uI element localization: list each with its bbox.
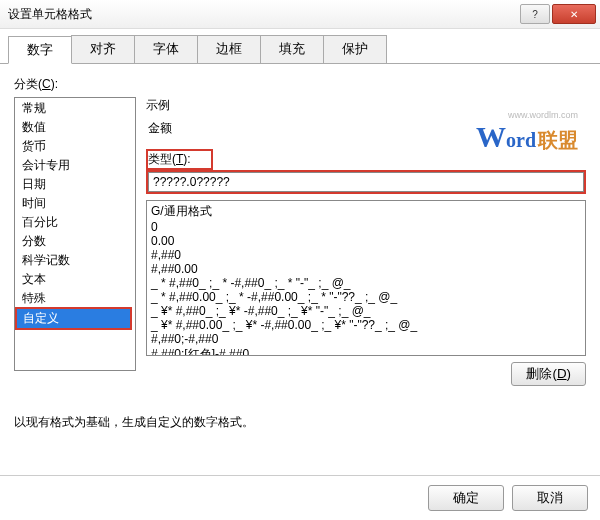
right-panel: 示例 金额 类型(T): G/通用格式 0 0.00 #,##0 <box>146 97 586 386</box>
format-item[interactable]: #,##0;-#,##0 <box>149 332 583 346</box>
tab-alignment[interactable]: 对齐 <box>71 35 135 63</box>
cat-special[interactable]: 特殊 <box>16 289 134 308</box>
tab-bar: 数字 对齐 字体 边框 填充 保护 <box>0 29 600 64</box>
category-label: 分类(C): <box>14 76 586 93</box>
type-label: 类型(T): <box>148 152 191 166</box>
example-label: 示例 <box>146 97 586 114</box>
format-item[interactable]: _ * #,##0.00_ ;_ * -#,##0.00_ ;_ * "-"??… <box>149 290 583 304</box>
type-label-highlight: 类型(T): <box>146 149 213 170</box>
window-buttons: ? ✕ <box>520 4 596 24</box>
format-item[interactable]: #,##0 <box>149 248 583 262</box>
ok-button[interactable]: 确定 <box>428 485 504 511</box>
help-icon[interactable]: ? <box>520 4 550 24</box>
hint-text: 以现有格式为基础，生成自定义的数字格式。 <box>14 386 586 431</box>
delete-button[interactable]: 删除(D) <box>511 362 586 386</box>
titlebar: 设置单元格格式 ? ✕ <box>0 0 600 29</box>
cat-accounting[interactable]: 会计专用 <box>16 156 134 175</box>
format-item[interactable]: _ ¥* #,##0.00_ ;_ ¥* -#,##0.00_ ;_ ¥* "-… <box>149 318 583 332</box>
cat-custom[interactable]: 自定义 <box>15 307 132 330</box>
cat-currency[interactable]: 货币 <box>16 137 134 156</box>
dialog-footer: 确定 取消 <box>0 475 600 520</box>
type-group: 类型(T): <box>146 149 586 194</box>
cat-number[interactable]: 数值 <box>16 118 134 137</box>
example-value: 金额 <box>146 114 586 141</box>
close-icon[interactable]: ✕ <box>552 4 596 24</box>
tab-number[interactable]: 数字 <box>8 36 72 64</box>
format-list[interactable]: G/通用格式 0 0.00 #,##0 #,##0.00 _ * #,##0_ … <box>146 200 586 356</box>
type-input-highlight <box>146 170 586 194</box>
cat-date[interactable]: 日期 <box>16 175 134 194</box>
cat-fraction[interactable]: 分数 <box>16 232 134 251</box>
format-item[interactable]: G/通用格式 <box>149 203 583 220</box>
category-list[interactable]: 常规 数值 货币 会计专用 日期 时间 百分比 分数 科学记数 文本 特殊 自定… <box>14 97 136 371</box>
format-item[interactable]: #,##0;[红色]-#,##0 <box>149 346 583 356</box>
format-item[interactable]: #,##0.00 <box>149 262 583 276</box>
tab-font[interactable]: 字体 <box>134 35 198 63</box>
cancel-button[interactable]: 取消 <box>512 485 588 511</box>
main-row: 常规 数值 货币 会计专用 日期 时间 百分比 分数 科学记数 文本 特殊 自定… <box>14 97 586 386</box>
format-cells-dialog: 设置单元格格式 ? ✕ 数字 对齐 字体 边框 填充 保护 www.wordlm… <box>0 0 600 520</box>
format-item[interactable]: _ ¥* #,##0_ ;_ ¥* -#,##0_ ;_ ¥* "-"_ ;_ … <box>149 304 583 318</box>
cat-general[interactable]: 常规 <box>16 99 134 118</box>
cat-text[interactable]: 文本 <box>16 270 134 289</box>
type-input[interactable] <box>148 172 584 192</box>
format-item[interactable]: 0 <box>149 220 583 234</box>
format-item[interactable]: 0.00 <box>149 234 583 248</box>
tab-fill[interactable]: 填充 <box>260 35 324 63</box>
format-item[interactable]: _ * #,##0_ ;_ * -#,##0_ ;_ * "-"_ ;_ @_ <box>149 276 583 290</box>
window-title: 设置单元格格式 <box>8 6 520 23</box>
tab-protection[interactable]: 保护 <box>323 35 387 63</box>
cat-percentage[interactable]: 百分比 <box>16 213 134 232</box>
cat-time[interactable]: 时间 <box>16 194 134 213</box>
cat-scientific[interactable]: 科学记数 <box>16 251 134 270</box>
example-group: 示例 金额 <box>146 97 586 141</box>
tab-border[interactable]: 边框 <box>197 35 261 63</box>
dialog-body: www.wordlm.com W ord 联盟 分类(C): 常规 数值 货币 … <box>0 64 600 443</box>
